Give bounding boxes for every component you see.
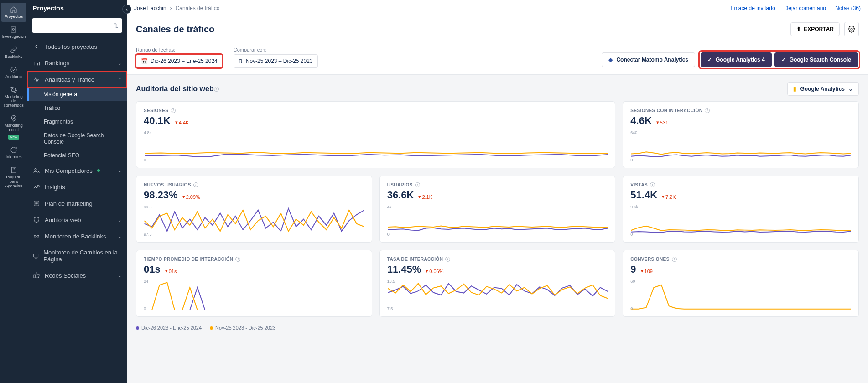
sidebar-title: Proyectos: [27, 0, 127, 16]
rail-proyectos[interactable]: Proyectos: [1, 3, 26, 22]
delta-down: ▾ 4.4K: [175, 119, 189, 125]
highlighted-connect-group: ✓Google Analytics 4 ✓Google Search Conso…: [700, 52, 859, 68]
sub-fragmentos[interactable]: Fragmentos: [27, 115, 127, 129]
legend-dot-a: [136, 326, 139, 330]
pin-icon: [10, 114, 18, 123]
card-engaged-sessions: SESIONES CON INTERACCIÓNi 4.6K▾ 531 6400: [623, 101, 859, 168]
info-icon[interactable]: i: [214, 87, 219, 92]
main-content: Jose Facchin › Canales de tráfico Enlace…: [127, 0, 868, 383]
card-sessions: SESIONESi 40.1K▾ 4.4K 4.8k0: [136, 101, 615, 168]
legend-dot-b: [210, 326, 213, 330]
sidebar-audit[interactable]: Auditoría web⌄: [27, 212, 127, 228]
svg-point-2: [11, 67, 16, 72]
info-icon[interactable]: i: [705, 108, 710, 113]
status-dot-icon: [97, 169, 100, 172]
chart-svg: [387, 280, 608, 310]
chevron-down-icon: ⌄: [848, 86, 853, 92]
breadcrumb-bar: Jose Facchin › Canales de tráfico Enlace…: [127, 0, 868, 16]
sidebar-insights[interactable]: Insights: [27, 179, 127, 195]
export-button[interactable]: ⬆EXPORTAR: [790, 22, 840, 36]
chart-svg: [630, 131, 851, 161]
sidebar-social[interactable]: Redes Sociales⌄: [27, 267, 127, 284]
card-users: USUARIOSi 36.6K▾ 2.1K 4k0: [379, 176, 616, 243]
comment-link[interactable]: Dejar comentario: [785, 5, 826, 11]
chart-svg: [144, 206, 364, 236]
link-icon: [10, 46, 18, 54]
svg-rect-0: [11, 27, 16, 32]
connect-matomo-button[interactable]: ◆Conectar Matomo Analytics: [602, 52, 695, 67]
sidebar-collapse-button[interactable]: ‹: [122, 5, 131, 14]
sub-potencial-seo[interactable]: Potencial SEO: [27, 149, 127, 162]
sub-vision-general[interactable]: Visión general: [27, 88, 127, 101]
sidebar-marketing-plan[interactable]: Plan de marketing: [27, 195, 127, 212]
chart-svg: [630, 280, 851, 310]
info-icon[interactable]: i: [235, 257, 240, 262]
ga4-button[interactable]: ✓Google Analytics 4: [701, 52, 772, 67]
sidebar-backlink-monitor[interactable]: Monitoreo de Backlinks⌄: [27, 228, 127, 244]
chevron-down-icon: ⌄: [118, 273, 121, 278]
rail-marketing-local[interactable]: Marketing LocalNew: [1, 112, 26, 142]
trend-icon: [33, 183, 40, 191]
rail-marketing-contenidos[interactable]: Marketing de contenidos: [1, 83, 26, 111]
building-icon: [10, 166, 18, 174]
calendar-icon: 📅: [141, 58, 148, 64]
metrics-grid: SESIONESi 40.1K▾ 4.4K 4.8k0 SESIONES CON…: [127, 101, 868, 322]
notes-link[interactable]: Notas (36): [835, 5, 861, 11]
info-icon[interactable]: i: [672, 257, 677, 262]
rail-informes[interactable]: Informes: [1, 143, 26, 162]
svg-point-7: [34, 235, 36, 237]
swap-icon: ⇅: [239, 58, 243, 64]
chart-svg: [144, 280, 364, 310]
check-circle-icon: [10, 66, 18, 74]
page-header: Canales de tráfico ⬆EXPORTAR: [127, 16, 868, 42]
svg-point-1: [12, 28, 14, 30]
chart-svg: [387, 206, 608, 236]
crumb-project[interactable]: Jose Facchin: [134, 5, 166, 11]
ga-source-select[interactable]: ▮Google Analytics⌄: [787, 82, 859, 96]
rail-agencias[interactable]: Paquete para Agencias: [1, 163, 26, 192]
sub-trafico[interactable]: Tráfico: [27, 101, 127, 115]
chevron-down-icon: ⌄: [118, 61, 121, 66]
refresh-icon: [10, 146, 18, 154]
link2-icon: [33, 233, 40, 240]
sidebar-page-changes[interactable]: Monitoreo de Cambios en la Página: [27, 244, 127, 267]
new-badge: New: [8, 135, 19, 140]
sidebar-analytics[interactable]: Analíticas y Tráfico⌃: [27, 71, 127, 88]
svg-rect-4: [11, 167, 16, 173]
svg-point-5: [35, 168, 36, 170]
sidebar-competitors[interactable]: Mis Competidores⌄: [27, 162, 127, 179]
sidebar-all-projects[interactable]: Todos los proyectos: [27, 38, 127, 55]
info-icon[interactable]: i: [650, 182, 655, 187]
date-range-picker[interactable]: 📅Dic-26 2023 – Ene-25 2024: [136, 54, 223, 68]
search-doc-icon: [10, 26, 18, 34]
rail-backlinks[interactable]: Backlinks: [1, 43, 26, 62]
svg-point-3: [13, 117, 14, 119]
info-icon[interactable]: i: [193, 182, 198, 187]
gsc-button[interactable]: ✓Google Search Console: [774, 52, 858, 67]
chevron-down-icon: ⌄: [118, 234, 121, 239]
bars-icon: [33, 59, 40, 67]
settings-button[interactable]: [844, 22, 859, 36]
rail-auditoria[interactable]: Auditoría: [1, 63, 26, 82]
home-icon: [10, 5, 18, 14]
sidebar: ‹ Proyectos ⇅ Todos los proyectos Rankin…: [27, 0, 127, 383]
section-title: Auditoría del sitio web: [136, 85, 214, 93]
shield-icon: [33, 216, 40, 223]
info-icon[interactable]: i: [171, 108, 176, 113]
card-avg-time: TIEMPO PROMEDIO DE INTERACCIÓNi 01s▾ 01s…: [136, 250, 372, 317]
users-icon: [33, 167, 40, 174]
guest-link[interactable]: Enlace de invitado: [731, 5, 775, 11]
project-selector[interactable]: ⇅: [32, 18, 122, 33]
chevron-down-icon: ⌄: [118, 168, 121, 173]
chevron-down-icon: ⌄: [118, 217, 121, 223]
info-icon[interactable]: i: [415, 182, 420, 187]
chart-svg: [630, 206, 851, 236]
sub-gsc-data[interactable]: Datos de Google Search Console: [27, 129, 127, 149]
compare-range-picker[interactable]: ⇅Nov-25 2023 – Dic-25 2023: [234, 54, 318, 68]
updown-icon: ⇅: [114, 22, 119, 29]
sidebar-rankings[interactable]: Rankings⌄: [27, 55, 127, 71]
rail-investigacion[interactable]: Investigación: [1, 23, 26, 42]
card-conversions: CONVERSIONESi 9▾ 109 600: [623, 250, 859, 317]
gear-icon: [848, 26, 855, 33]
info-icon[interactable]: i: [445, 257, 450, 262]
